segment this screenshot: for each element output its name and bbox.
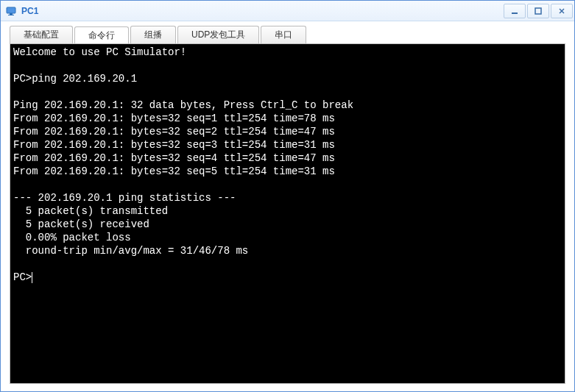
tab-command-line[interactable]: 命令行 bbox=[74, 26, 129, 44]
content-area: 基础配置 命令行 组播 UDP发包工具 串口 Welcome to use PC… bbox=[1, 21, 574, 391]
app-window: PC1 基础配置 命令行 组播 UDP发包工具 串口 Welcome to us… bbox=[0, 0, 575, 392]
window-title: PC1 bbox=[21, 6, 502, 16]
tab-udp-tool[interactable]: UDP发包工具 bbox=[177, 26, 259, 43]
terminal-output[interactable]: Welcome to use PC Simulator! PC>ping 202… bbox=[10, 43, 565, 384]
terminal-cursor bbox=[32, 272, 32, 283]
window-controls bbox=[502, 4, 573, 18]
titlebar: PC1 bbox=[1, 1, 574, 21]
svg-rect-1 bbox=[10, 13, 13, 15]
close-button[interactable] bbox=[551, 4, 573, 18]
app-icon bbox=[5, 5, 17, 17]
tab-multicast[interactable]: 组播 bbox=[130, 26, 176, 43]
maximize-button[interactable] bbox=[527, 4, 549, 18]
svg-rect-2 bbox=[8, 15, 14, 15]
minimize-button[interactable] bbox=[504, 4, 526, 18]
tab-bar: 基础配置 命令行 组播 UDP发包工具 串口 bbox=[10, 26, 565, 43]
tab-basic-config[interactable]: 基础配置 bbox=[10, 26, 73, 43]
tab-serial[interactable]: 串口 bbox=[261, 26, 306, 43]
svg-rect-4 bbox=[535, 8, 541, 14]
svg-rect-0 bbox=[7, 7, 15, 13]
